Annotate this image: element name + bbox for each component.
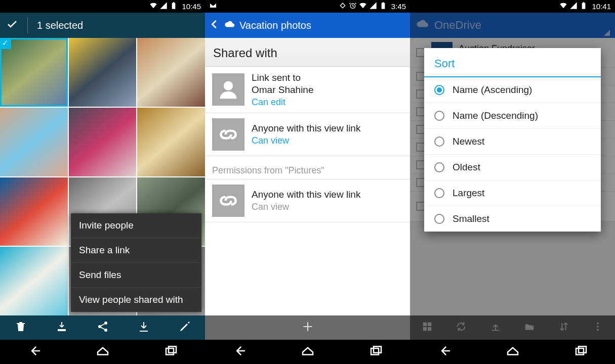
add-icon[interactable] xyxy=(301,320,314,335)
link-icon xyxy=(212,185,244,217)
android-nav-bar xyxy=(410,340,615,364)
shared-with-header: Shared with xyxy=(205,38,410,67)
svg-point-7 xyxy=(224,81,233,90)
home-icon[interactable] xyxy=(505,343,520,360)
wifi-icon xyxy=(149,2,157,11)
sort-option[interactable]: Oldest xyxy=(424,155,601,180)
radio-icon[interactable] xyxy=(434,111,444,121)
popup-invite-people[interactable]: Invite people xyxy=(71,213,201,238)
popup-share-link[interactable]: Share a link xyxy=(71,238,201,263)
folder-header: Vacation photos xyxy=(205,13,410,38)
svg-rect-9 xyxy=(374,346,381,353)
sort-dialog: Sort Name (Ascending)Name (Descending)Ne… xyxy=(424,48,601,232)
photo-thumb[interactable] xyxy=(137,108,205,176)
photo-grid: Invite people Share a link Send files Vi… xyxy=(0,38,205,315)
shared-line1: Anyone with this view link xyxy=(252,122,403,134)
signal-icon xyxy=(569,2,578,11)
back-chevron-icon[interactable] xyxy=(209,19,220,32)
photo-thumb[interactable] xyxy=(0,247,68,315)
radio-icon[interactable] xyxy=(434,214,444,224)
photo-thumb[interactable] xyxy=(69,108,137,176)
radio-icon[interactable] xyxy=(434,136,444,147)
rotate-icon xyxy=(339,2,347,11)
done-icon[interactable] xyxy=(6,18,18,33)
shared-line1: Anyone with this view link xyxy=(252,189,403,201)
wifi-icon xyxy=(559,2,567,11)
svg-rect-3 xyxy=(166,348,174,355)
shared-entry[interactable]: Link sent to Omar Shahine Can edit xyxy=(205,67,410,113)
popup-view-shared[interactable]: View people shared with xyxy=(71,288,201,312)
svg-point-0 xyxy=(104,322,107,325)
back-icon[interactable] xyxy=(232,343,247,360)
back-icon[interactable] xyxy=(437,343,452,360)
photo-thumb[interactable] xyxy=(137,38,205,107)
signal-icon xyxy=(369,2,377,11)
onedrive-cloud-icon xyxy=(224,19,235,32)
phone-screen-2: 3:45 Vacation photos Shared with Link se… xyxy=(205,0,410,364)
alarm-icon xyxy=(349,2,357,11)
photo-thumb[interactable] xyxy=(0,38,68,107)
battery-icon xyxy=(379,2,387,11)
radio-icon[interactable] xyxy=(434,162,444,172)
home-icon[interactable] xyxy=(300,343,315,360)
status-time: 3:45 xyxy=(391,2,406,11)
permission-label: Can view xyxy=(252,202,403,212)
battery-icon xyxy=(170,2,178,11)
sort-option[interactable]: Largest xyxy=(424,180,601,206)
recents-icon[interactable] xyxy=(573,343,589,360)
delete-icon[interactable] xyxy=(15,321,27,335)
radio-icon[interactable] xyxy=(434,85,444,95)
shared-line1: Link sent to xyxy=(252,72,403,84)
action-toolbar xyxy=(0,315,205,340)
radio-icon[interactable] xyxy=(434,188,444,198)
popup-send-files[interactable]: Send files xyxy=(71,263,201,288)
shared-entry[interactable]: Anyone with this view link Can view xyxy=(205,179,410,222)
share-icon[interactable] xyxy=(97,321,109,335)
save-to-device-icon[interactable] xyxy=(56,321,68,335)
svg-rect-17 xyxy=(576,348,584,355)
sort-option-label: Newest xyxy=(453,136,484,147)
sort-option[interactable]: Name (Descending) xyxy=(424,103,601,129)
shared-entry[interactable]: Anyone with this view link Can view xyxy=(205,113,410,156)
link-icon xyxy=(212,118,244,151)
svg-rect-18 xyxy=(579,346,586,353)
folder-title: Vacation photos xyxy=(239,20,311,31)
recents-icon[interactable] xyxy=(163,343,179,360)
inherited-header: Permissions from "Pictures" xyxy=(205,156,410,179)
share-popup: Invite people Share a link Send files Vi… xyxy=(71,213,201,312)
svg-point-1 xyxy=(98,325,101,328)
back-icon[interactable] xyxy=(27,343,42,360)
sort-option-label: Oldest xyxy=(453,162,480,173)
permission-label: Can view xyxy=(252,135,403,146)
download-icon[interactable] xyxy=(138,321,150,335)
mail-icon xyxy=(209,2,217,11)
sort-option-label: Name (Descending) xyxy=(453,110,538,121)
svg-rect-8 xyxy=(371,348,379,355)
selection-count: 1 selected xyxy=(37,20,83,31)
sort-option[interactable]: Name (Ascending) xyxy=(424,77,601,103)
svg-rect-4 xyxy=(169,346,176,353)
status-time: 10:41 xyxy=(592,2,611,11)
selection-header: 1 selected xyxy=(0,13,205,38)
status-time: 10:45 xyxy=(182,2,201,11)
recents-icon[interactable] xyxy=(368,343,384,360)
photo-thumb[interactable] xyxy=(0,177,68,246)
android-nav-bar xyxy=(205,340,410,364)
sort-option-label: Name (Ascending) xyxy=(453,84,532,96)
onedrive-main: OneDrive Auction Fundraiser 748 KB - 11/… xyxy=(410,13,615,340)
edit-icon[interactable] xyxy=(179,321,191,335)
sort-option[interactable]: Smallest xyxy=(424,206,601,232)
shared-line2: Omar Shahine xyxy=(252,84,403,96)
sort-option-label: Smallest xyxy=(453,213,489,224)
home-icon[interactable] xyxy=(95,343,110,360)
permission-label: Can edit xyxy=(252,97,403,108)
add-toolbar xyxy=(205,315,410,340)
battery-icon xyxy=(580,2,588,11)
phone-screen-1: 10:45 1 selected Invite people Share a l… xyxy=(0,0,205,364)
photo-thumb[interactable] xyxy=(69,38,137,107)
android-nav-bar xyxy=(0,340,205,364)
status-bar: 3:45 xyxy=(205,0,410,13)
photo-thumb[interactable] xyxy=(0,108,68,176)
sort-option[interactable]: Newest xyxy=(424,129,601,155)
svg-point-2 xyxy=(104,329,107,332)
